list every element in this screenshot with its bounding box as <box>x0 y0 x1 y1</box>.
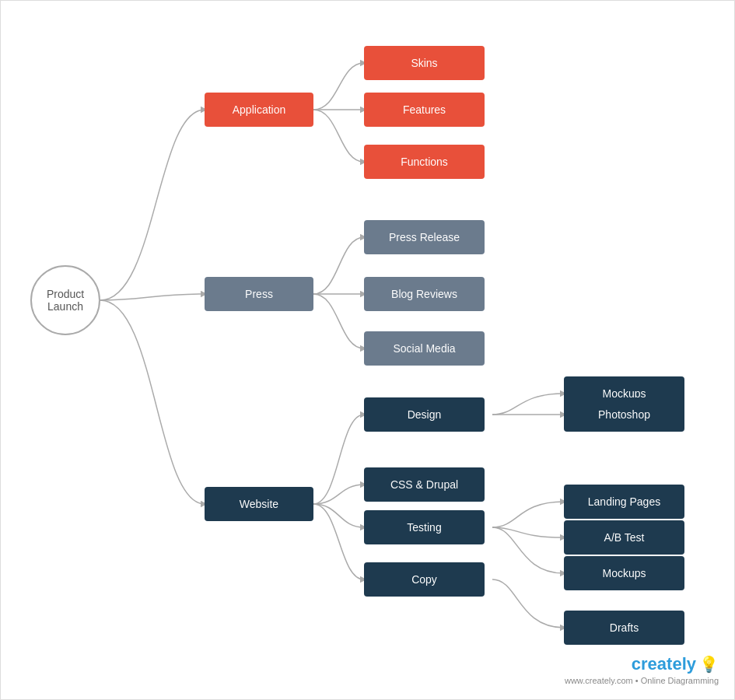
node-press: Press <box>205 277 313 311</box>
node-mockups2: Mockups <box>564 556 684 590</box>
node-functions: Functions <box>364 145 485 179</box>
node-skins: Skins <box>364 46 485 80</box>
node-press-release: Press Release <box>364 220 485 254</box>
node-drafts: Drafts <box>564 611 684 645</box>
node-features: Features <box>364 93 485 127</box>
node-css-drupal: CSS & Drupal <box>364 467 485 502</box>
node-design: Design <box>364 397 485 432</box>
node-copy: Copy <box>364 562 485 597</box>
watermark: creately 💡 www.creately.com • Online Dia… <box>565 654 719 685</box>
diagram-canvas: Product Launch Application Skins Feature… <box>0 0 735 700</box>
node-landing-pages: Landing Pages <box>564 485 684 519</box>
node-testing: Testing <box>364 510 485 544</box>
node-website: Website <box>205 487 313 521</box>
node-blog-reviews: Blog Reviews <box>364 277 485 311</box>
bulb-icon: 💡 <box>699 655 719 674</box>
node-application: Application <box>205 93 313 127</box>
node-social-media: Social Media <box>364 331 485 366</box>
node-photoshop: Photoshop <box>564 397 684 432</box>
brand-name: creately <box>632 654 696 674</box>
node-root: Product Launch <box>30 265 100 335</box>
brand-tagline: www.creately.com • Online Diagramming <box>565 676 719 685</box>
node-ab-test: A/B Test <box>564 520 684 555</box>
